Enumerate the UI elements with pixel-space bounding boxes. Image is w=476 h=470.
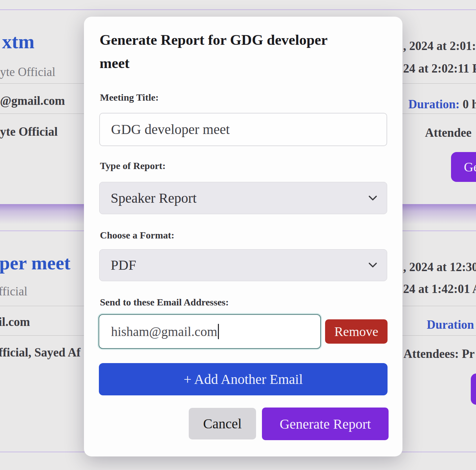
start-time-text: , 2024 at 2:01:1 <box>403 39 476 53</box>
generate-report-button[interactable]: Ge <box>451 152 476 182</box>
meeting-title-fragment: xtm <box>2 31 34 53</box>
page-background: xtm yte Official @gmail.com yte Official… <box>0 0 476 470</box>
format-select[interactable]: PDF <box>99 249 387 281</box>
attendees-text: Attendees: Pr <box>403 347 475 361</box>
modal-title: Generate Report for GDG developer meet <box>100 28 388 75</box>
host-text: yte Official <box>0 125 58 139</box>
email-input[interactable]: hisham@gmail.com <box>99 314 321 349</box>
meeting-title-input[interactable]: GDG developer meet <box>99 113 387 146</box>
report-type-select[interactable]: Speaker Report <box>99 182 387 214</box>
email-text: @gmail.com <box>0 94 65 108</box>
cancel-button[interactable]: Cancel <box>189 408 256 439</box>
remove-email-button[interactable]: Remove <box>325 319 388 344</box>
host-text: fficial, Sayed Af <box>0 346 80 360</box>
format-value: PDF <box>111 257 136 273</box>
modal-title-line1: Generate Report for GDG developer <box>100 28 388 52</box>
organizer-text: fficial <box>0 285 27 299</box>
email-text: il.com <box>0 315 30 329</box>
duration-label: Duration: <box>408 98 460 111</box>
generate-report-button[interactable] <box>471 374 476 405</box>
meeting-title-label: Meeting Title: <box>100 92 159 103</box>
start-time-text: , 2024 at 12:30 <box>403 260 476 274</box>
modal-title-line2: meet <box>100 52 388 75</box>
text-cursor <box>218 324 219 339</box>
end-time-text: 24 at 1:42:01 A <box>403 282 476 296</box>
top-divider-line <box>0 9 476 10</box>
chevron-down-icon <box>368 195 377 201</box>
duration-label: Duration <box>427 318 474 332</box>
report-type-label: Type of Report: <box>100 160 165 171</box>
meeting-title-value: GDG developer meet <box>111 121 230 137</box>
meeting-title-fragment: per meet <box>0 252 70 274</box>
report-type-value: Speaker Report <box>111 190 197 206</box>
organizer-text: yte Official <box>0 65 56 79</box>
end-time-text: 24 at 2:02:11 P <box>403 62 476 76</box>
email-value: hisham@gmail.com <box>111 324 217 339</box>
duration-line: Duration: 0 h <box>408 98 476 111</box>
duration-value: 0 h <box>460 98 476 111</box>
generate-report-submit-button[interactable]: Generate Report <box>262 408 389 440</box>
format-label: Choose a Format: <box>100 230 175 241</box>
generate-report-modal: Generate Report for GDG developer meet M… <box>84 17 402 456</box>
chevron-down-icon <box>368 262 377 268</box>
add-email-button[interactable]: + Add Another Email <box>99 363 388 395</box>
email-list-label: Send to these Email Addresses: <box>100 297 229 308</box>
attendees-text: Attendee <box>425 126 471 140</box>
